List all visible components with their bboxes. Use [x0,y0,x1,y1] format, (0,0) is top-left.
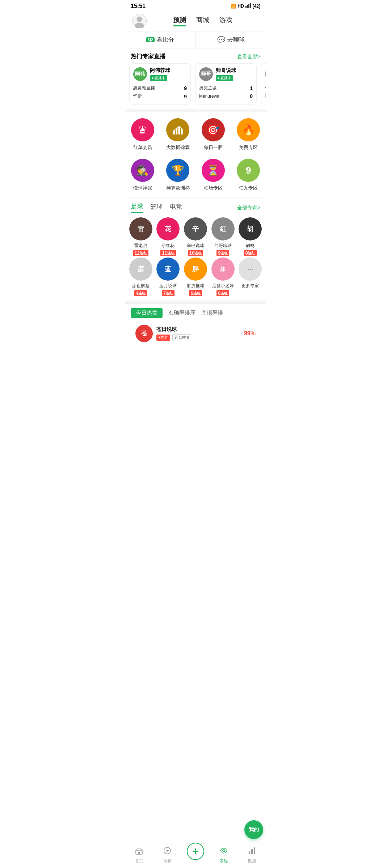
preview-avatar: 苍 [135,325,153,342]
cat-red-member[interactable]: ♛ 红单会员 [125,115,160,155]
preview-streak-badge: 7连红 [156,335,170,341]
tab-shop[interactable]: 商城 [196,16,209,26]
cat-label-0: 红单会员 [133,144,152,151]
streak-badge-2: 10连红 [188,250,203,256]
score-btn[interactable]: 3|2 看比分 [125,31,196,48]
expert-item-more[interactable]: ··· 更多专家 [237,258,263,296]
expert-grid-avatar-more: ··· [239,258,262,281]
expert-grid-avatar-3: 红 [211,217,235,241]
live-badge-0: 直播中 [150,75,167,81]
top-nav: 预测 商城 游戏 [125,11,266,28]
score-label: 看比分 [157,36,174,44]
hd-label: HD [237,4,244,9]
svg-rect-7 [173,131,175,135]
preview-info: 苍日说球 7连红 近10中9 [156,326,240,341]
sport-tab-basketball[interactable]: 篮球 [150,203,163,213]
cat-live-zone[interactable]: ⏳ 临场专区 [196,155,231,196]
streak-badge-5: 4连红 [134,290,147,296]
live-section-link[interactable]: 查看全部> [237,54,260,60]
hot-tab-return[interactable]: 回报率排 [201,309,223,317]
expert-item-2[interactable]: 辛 辛巴说球 10连红 [182,217,209,256]
expert-grid-name-2: 辛巴说球 [187,243,204,249]
cat-daily[interactable]: 🎯 每日一胆 [196,115,231,155]
expert-grid-avatar-5: 彦 [129,258,152,281]
all-experts-link[interactable]: 全部专家> [237,205,260,211]
sport-tab-football[interactable]: 足球 [131,203,143,213]
streak-badge-7: 6连红 [189,290,202,296]
cat-nine[interactable]: 9 任九专区 [231,155,266,196]
chat-label: 去聊球 [227,36,245,44]
streak-badge-6: 7连红 [162,290,175,296]
preview-name: 苍日说球 [156,326,240,333]
expert-item-4[interactable]: 胡 胡鸣 8连红 [237,217,263,256]
expert-avatar-1: 师哥 [199,67,213,81]
expert-grid-name-4: 胡鸣 [246,243,255,249]
expert-item-0[interactable]: 雷 雷老虎 12连红 [128,217,154,256]
tab-game[interactable]: 游戏 [219,16,232,26]
expert-grid-name-3: 红哥聊球 [214,243,232,249]
cat-big-data[interactable]: 大数据锦囊 [160,115,196,155]
sport-tab-esports[interactable]: 电竞 [170,203,182,213]
expert-item-3[interactable]: 红 红哥聊球 9连红 [210,217,236,256]
expert-grid-avatar-4: 胡 [239,217,262,241]
cat-icon-4: 🕵 [131,159,154,182]
expert-grid-avatar-7: 胖 [184,258,207,281]
cat-label-4: 懂球神探 [133,185,152,191]
expert-grid-name-1: 小红花 [161,243,175,249]
cat-icon-1 [166,118,189,141]
expert-grid-avatar-1: 花 [156,217,180,241]
match-row-1-1: Manurewa 0 [199,92,253,100]
expert-item-5[interactable]: 彦 彦祖解盘 4连红 [128,258,154,296]
signal-icon [245,3,251,9]
preview-stat: 近10中9 [172,334,191,341]
svg-rect-8 [176,128,178,135]
score-badge: 3|2 [146,37,155,42]
expert-name-1: 师哥说球 [216,67,236,74]
expert-grid-name-0: 雷老虎 [134,243,147,249]
live-experts-list: 阿伟 阿伟荐球 直播中 惠灵顿圣徒 9 怀伊 9 师哥 师哥说球 直播中 [125,63,266,109]
expert-avatar-0: 阿伟 [133,67,147,81]
svg-rect-3 [250,3,251,8]
hot-tab-accuracy[interactable]: 准确率排序 [168,309,196,317]
expert-item-8[interactable]: 妹 足篮小迷妹 6连红 [210,258,236,296]
cat-label-5: 神算欧洲杯 [166,185,190,191]
match-row-2-1: 莱德米尔 [265,92,266,101]
nav-tabs: 预测 商城 游戏 [147,16,259,26]
status-time: 15:51 [131,3,146,9]
divider-1 [125,109,266,112]
status-bar: 15:51 📶 HD [42] [125,0,266,11]
streak-badge-3: 9连红 [216,250,229,256]
status-icons: 📶 HD [42] [231,3,260,9]
cat-icon-3: 🔥 [237,118,260,141]
expert-item-7[interactable]: 胖 胖虎推球 6连红 [182,258,209,296]
expert-grid-avatar-2: 辛 [184,217,207,241]
match-row-2-0: 伯尼里格 [265,84,266,92]
cat-free[interactable]: 🔥 免费专区 [231,115,266,155]
live-expert-card-0[interactable]: 阿伟 阿伟荐球 直播中 惠灵顿圣徒 9 怀伊 9 [129,63,191,105]
preview-badges: 7连红 近10中9 [156,334,240,341]
tab-forecast[interactable]: 预测 [173,16,186,26]
streak-badge-1: 11连红 [160,250,176,256]
cat-euro[interactable]: 🏆 神算欧洲杯 [160,155,196,196]
live-expert-card-2[interactable]: 朱宝 朱宝说 伯尼里格 莱德米尔 [261,63,266,105]
expert-grid-name-5: 彦祖解盘 [132,283,150,289]
live-badge-1: 直播中 [216,75,233,81]
hot-tab-today[interactable]: 今日热卖 [131,308,163,318]
live-section-title: 热门专家直播 [131,53,165,60]
user-avatar[interactable] [132,14,147,28]
expert-avatar-2: 朱宝 [265,67,266,81]
preview-rate: 99% [244,330,256,337]
cat-detective[interactable]: 🕵 懂球神探 [125,155,160,196]
svg-point-5 [136,17,142,22]
expert-grid-avatar-0: 雷 [129,217,152,241]
match-row-0-0: 惠灵顿圣徒 9 [133,84,187,92]
expert-header-2: 朱宝 朱宝说 [265,67,266,81]
quick-bar: 3|2 看比分 💬 去聊球 [125,31,266,48]
cat-icon-6: ⏳ [202,159,225,182]
preview-expert-card[interactable]: 苍 苍日说球 7连红 近10中9 99% [131,321,260,346]
expert-name-0: 阿伟荐球 [150,67,170,74]
expert-item-1[interactable]: 花 小红花 11连红 [155,217,181,256]
expert-item-6[interactable]: 蓝 蓝月说球 7连红 [155,258,181,296]
live-expert-card-1[interactable]: 师哥 师哥说球 直播中 奥克兰城 1 Manurewa 0 [195,63,257,105]
chat-btn[interactable]: 💬 去聊球 [196,31,266,48]
